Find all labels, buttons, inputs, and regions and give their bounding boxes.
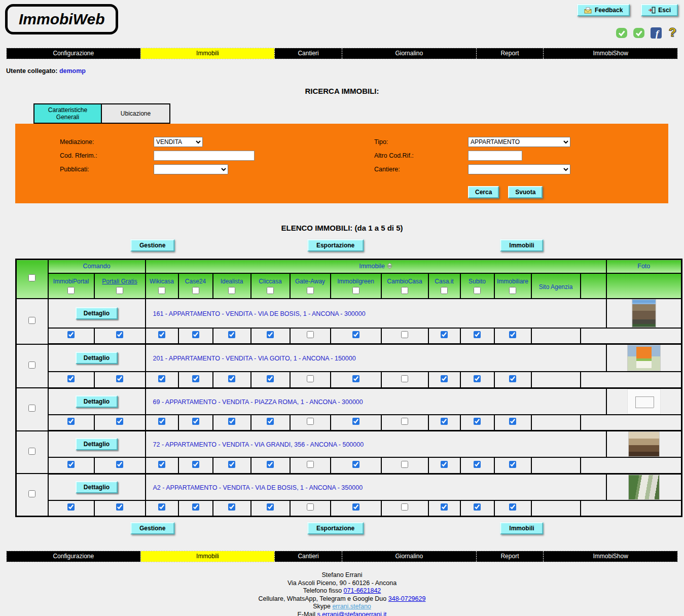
publish-checkbox[interactable] — [267, 418, 274, 425]
immobili-button[interactable]: Immobili — [500, 239, 543, 251]
feedback-button[interactable]: Feedback — [577, 4, 630, 16]
portal-column-checkbox[interactable] — [307, 287, 314, 294]
publish-checkbox[interactable] — [116, 331, 123, 338]
property-link[interactable]: 72 - APPARTAMENTO - VENDITA - VIA GRANDI… — [153, 441, 364, 448]
publish-checkbox[interactable] — [158, 331, 165, 338]
publish-checkbox[interactable] — [67, 503, 75, 511]
publish-checkbox[interactable] — [474, 503, 481, 511]
tab-ubicazione[interactable]: Ubicazione — [102, 103, 170, 124]
publish-checkbox[interactable] — [401, 461, 408, 468]
publish-checkbox[interactable] — [441, 418, 448, 425]
publish-checkbox[interactable] — [352, 503, 359, 511]
publish-checkbox[interactable] — [307, 461, 314, 468]
portal-column-checkbox[interactable] — [67, 287, 75, 294]
row-select-checkbox[interactable] — [28, 317, 35, 324]
publish-checkbox[interactable] — [67, 418, 75, 425]
publish-checkbox[interactable] — [116, 503, 123, 511]
publish-checkbox[interactable] — [474, 461, 481, 468]
dettaglio-button[interactable]: Dettaglio — [76, 352, 118, 364]
nav-item-report[interactable]: Report — [476, 551, 544, 562]
publish-checkbox[interactable] — [307, 418, 314, 425]
tipo-select[interactable]: APPARTAMENTO — [468, 137, 570, 147]
publish-checkbox[interactable] — [228, 503, 235, 511]
publish-checkbox[interactable] — [307, 375, 314, 382]
publish-checkbox[interactable] — [509, 461, 516, 468]
property-photo[interactable] — [628, 431, 660, 457]
portal-column-checkbox[interactable] — [228, 287, 235, 294]
portal-column-checkbox[interactable] — [352, 287, 359, 294]
dettaglio-button[interactable]: Dettaglio — [76, 438, 118, 450]
publish-checkbox[interactable] — [474, 331, 481, 338]
nav-item-immobishow[interactable]: ImmobiShow — [543, 551, 677, 562]
gestione-button[interactable]: Gestione — [130, 522, 174, 534]
nav-item-cantieri[interactable]: Cantieri — [274, 551, 342, 562]
footer-link[interactable]: 348-0729629 — [388, 595, 426, 602]
nav-item-immobishow[interactable]: ImmobiShow — [543, 48, 677, 59]
publish-checkbox[interactable] — [509, 375, 516, 382]
publish-checkbox[interactable] — [352, 461, 359, 468]
property-link[interactable]: 201 - APPARTAMENTO - VENDITA - VIA GOITO… — [153, 355, 356, 362]
esci-button[interactable]: Esci — [641, 4, 678, 16]
logged-user-link[interactable]: demomp — [59, 67, 86, 75]
svuota-button[interactable]: Svuota — [508, 186, 543, 198]
publish-checkbox[interactable] — [509, 418, 516, 425]
publish-checkbox[interactable] — [267, 375, 274, 382]
help-icon[interactable]: ?? — [668, 26, 678, 40]
publish-checkbox[interactable] — [401, 503, 408, 511]
nav-item-report[interactable]: Report — [476, 48, 544, 59]
publish-checkbox[interactable] — [116, 461, 123, 468]
publish-checkbox[interactable] — [192, 375, 199, 382]
publish-checkbox[interactable] — [509, 331, 516, 338]
publish-checkbox[interactable] — [158, 503, 165, 511]
publish-checkbox[interactable] — [116, 375, 123, 382]
cantiere-select[interactable] — [468, 164, 570, 174]
portal-column-checkbox[interactable] — [267, 287, 274, 294]
select-all-checkbox[interactable] — [28, 274, 35, 281]
footer-link[interactable]: errani.stefano — [332, 603, 371, 610]
publish-checkbox[interactable] — [228, 375, 235, 382]
facebook-icon[interactable]: f — [651, 27, 662, 39]
publish-checkbox[interactable] — [158, 461, 165, 468]
altro-cod-input[interactable] — [468, 151, 522, 161]
cod-rferim-input[interactable] — [154, 151, 255, 161]
publish-checkbox[interactable] — [67, 375, 75, 382]
row-select-checkbox[interactable] — [28, 448, 35, 455]
publish-checkbox[interactable] — [267, 461, 274, 468]
portal-column-checkbox[interactable] — [509, 287, 516, 294]
immobili-button[interactable]: Immobili — [500, 522, 543, 534]
dettaglio-button[interactable]: Dettaglio — [76, 395, 118, 408]
publish-checkbox[interactable] — [267, 503, 274, 511]
portal-column-checkbox[interactable] — [116, 287, 123, 294]
property-link[interactable]: 69 - APPARTAMENTO - VENDITA - PIAZZA ROM… — [153, 398, 363, 406]
publish-checkbox[interactable] — [67, 331, 75, 338]
publish-checkbox[interactable] — [441, 461, 448, 468]
immobile-group-header[interactable]: Immobile — [146, 260, 606, 273]
publish-checkbox[interactable] — [352, 418, 359, 425]
portal-column-checkbox[interactable] — [192, 287, 199, 294]
pubblicati-select[interactable] — [154, 164, 228, 174]
publish-checkbox[interactable] — [401, 331, 408, 338]
sort-icon[interactable] — [387, 263, 392, 269]
nav-item-giornalino[interactable]: Giornalino — [342, 551, 476, 562]
publish-checkbox[interactable] — [228, 418, 235, 425]
property-photo[interactable] — [628, 475, 660, 500]
publish-checkbox[interactable] — [192, 503, 199, 511]
dettaglio-button[interactable]: Dettaglio — [76, 307, 118, 319]
publish-checkbox[interactable] — [352, 331, 359, 338]
portal-column-checkbox[interactable] — [401, 287, 408, 294]
mediazione-select[interactable]: VENDITA — [154, 137, 203, 147]
publish-checkbox[interactable] — [228, 331, 235, 338]
publish-checkbox[interactable] — [441, 331, 448, 338]
dettaglio-button[interactable]: Dettaglio — [76, 481, 118, 493]
property-photo[interactable] — [627, 389, 661, 414]
property-photo[interactable] — [632, 299, 656, 328]
publish-checkbox[interactable] — [474, 375, 481, 382]
nav-item-configurazione[interactable]: Configurazione — [7, 551, 140, 562]
row-select-checkbox[interactable] — [28, 361, 35, 369]
publish-checkbox[interactable] — [192, 461, 199, 468]
footer-link[interactable]: s.errani@stefanoerrani.it — [317, 611, 386, 616]
publish-checkbox[interactable] — [307, 331, 314, 338]
publish-checkbox[interactable] — [116, 418, 123, 425]
nav-item-giornalino[interactable]: Giornalino — [342, 48, 476, 59]
publish-checkbox[interactable] — [267, 331, 274, 338]
